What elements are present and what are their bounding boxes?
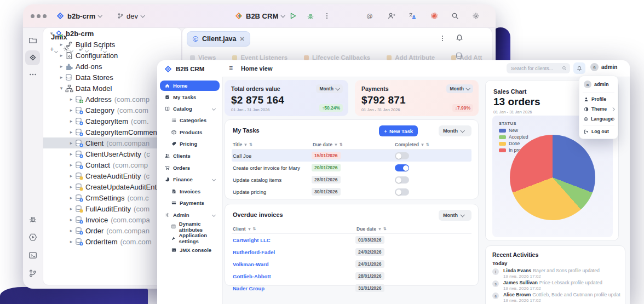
menu-item-language[interactable]: Language (579, 114, 618, 124)
client-link[interactable]: Nader Group (233, 285, 264, 291)
run-configuration[interactable]: B2B CRM (234, 11, 284, 21)
legend-item[interactable]: Done (499, 141, 520, 146)
period-dropdown[interactable]: Month (316, 84, 343, 93)
column-header-title[interactable]: Title⇅ (233, 142, 252, 147)
products-icon (171, 130, 176, 135)
sidebar-item-payments[interactable]: Payments (160, 198, 220, 208)
menu-item-log-out[interactable]: Log out (579, 127, 618, 136)
search-input[interactable] (510, 65, 562, 72)
sidebar-item-home[interactable]: Home (160, 81, 220, 91)
ai-assistant-icon[interactable] (430, 12, 438, 20)
tree-row[interactable]: ▾b2b-crm (43, 28, 182, 39)
invoice-row[interactable]: Gottlieb-Abbott28/01/2026 (232, 270, 472, 282)
column-header-completed[interactable]: Completed⇅ (395, 142, 429, 147)
client-link[interactable]: Volkman-Ward (233, 261, 268, 267)
sidebar-item-my-tasks[interactable]: My Tasks (160, 92, 220, 102)
sidebar-item-pricing[interactable]: Pricing (160, 139, 220, 149)
task-row[interactable]: Create order invoice for Mary20/01/2026 (232, 162, 472, 174)
window-minimize-button[interactable] (37, 14, 41, 18)
completed-toggle[interactable] (395, 188, 409, 196)
legend-item[interactable]: New (499, 128, 518, 133)
period-dropdown[interactable]: Month (439, 125, 472, 136)
add-user-icon[interactable] (388, 12, 395, 20)
task-row[interactable]: Call Joe15/01/2026 (232, 150, 472, 162)
menu-item-profile[interactable]: Profile (579, 94, 618, 104)
services-tool-icon[interactable] (28, 233, 37, 242)
sidebar-item-catalog[interactable]: Catalog (160, 104, 220, 114)
sidebar-item-orders[interactable]: Orders (160, 163, 220, 173)
column-header-due-date[interactable]: Due date⇅ (357, 226, 387, 232)
invoice-row[interactable]: Rutherford-Fadel24/02/2026 (232, 246, 472, 258)
jmix-tool-icon[interactable] (28, 53, 37, 62)
legend-swatch (499, 142, 506, 146)
sidebar-item-application-settings[interactable]: Application settings (160, 233, 220, 244)
task-row[interactable]: Update pricing30/01/2026 (232, 186, 472, 198)
close-icon[interactable]: ✕ (240, 36, 245, 43)
client-link[interactable]: Cartwright LLC (233, 237, 271, 243)
notifications-bell-icon[interactable] (456, 34, 463, 42)
client-link[interactable]: Gottlieb-Abbott (233, 273, 271, 279)
sidebar-item-dynamic-attributes[interactable]: Dynamic attributes (160, 221, 220, 232)
completed-toggle[interactable] (395, 176, 409, 183)
column-header-due-date[interactable]: Due date⇅ (313, 142, 343, 147)
settings-gear-icon[interactable] (472, 12, 480, 20)
client-search[interactable] (507, 63, 570, 73)
sort-icon: ⇅ (249, 142, 252, 147)
translate-icon[interactable]: A (409, 12, 416, 20)
window-zoom-button[interactable] (43, 14, 47, 18)
more-actions-kebab-icon[interactable] (323, 12, 331, 20)
sidebar-item-admin[interactable]: Admin (160, 210, 220, 220)
sidebar-item-finance[interactable]: Finance (160, 174, 220, 185)
activity-item: l Linda EvansBayer and Sons profile upda… (492, 268, 620, 279)
invoice-row[interactable]: Cartwright LLC01/03/2026 (232, 234, 472, 246)
project-folder-tool-icon[interactable] (28, 36, 37, 44)
menu-item-theme[interactable]: Theme (579, 104, 618, 114)
entity-icon (65, 41, 73, 49)
period-dropdown[interactable]: Month (439, 210, 472, 221)
tree-row[interactable]: ▸Build Scripts (43, 39, 182, 50)
sidebar-item-jmx-console[interactable]: JMX console (160, 245, 220, 255)
hamburger-menu-icon[interactable]: ≡ (229, 65, 233, 71)
terminal-tool-icon[interactable] (28, 251, 37, 260)
debug-button[interactable] (307, 12, 314, 20)
entity-icon (75, 95, 83, 104)
user-menu-button[interactable]: a admin (590, 63, 617, 71)
chevron-down-icon (281, 13, 285, 18)
tab-client-java[interactable]: C Client.java ✕ (187, 31, 250, 47)
task-row[interactable]: Update catalog items28/01/2026 (232, 174, 472, 186)
project-selector[interactable]: b2b-crm (56, 11, 101, 21)
run-button[interactable] (289, 12, 297, 20)
entity-icon (75, 205, 83, 213)
completed-toggle[interactable] (395, 164, 409, 171)
period-dropdown[interactable]: Month (446, 84, 474, 93)
sidebar-item-clients[interactable]: Clients (160, 151, 220, 161)
sidebar-item-products[interactable]: Products (160, 127, 220, 137)
invoice-row[interactable]: Nader Group31/01/2026 (232, 282, 472, 294)
search-icon[interactable] (451, 12, 459, 20)
client-link[interactable]: Rutherford-Fadel (233, 249, 275, 255)
sidebar-item-categories[interactable]: Categories (160, 115, 220, 125)
editor-kebab-icon[interactable] (439, 35, 446, 42)
column-header-client[interactable]: Client⇅ (233, 226, 256, 232)
run-config-name: B2B CRM (246, 12, 278, 20)
pie-chart[interactable] (510, 135, 595, 220)
sidebar-item-invoices[interactable]: Invoices (160, 186, 220, 197)
crm-topbar: ≡ Home view a admin (222, 60, 630, 77)
legend-item[interactable]: Accepted (499, 134, 528, 140)
tree-row[interactable]: ▸Configuration (43, 50, 182, 61)
more-tools-icon[interactable] (28, 70, 37, 79)
invoice-row[interactable]: Volkman-Ward24/01/2026 (232, 258, 472, 270)
orders-icon (165, 165, 170, 170)
entity-icon (75, 128, 83, 136)
window-close-button[interactable] (31, 14, 34, 18)
mentions-icon[interactable]: @ (366, 12, 373, 20)
branch-selector[interactable]: dev (117, 11, 144, 21)
notifications-button[interactable] (573, 62, 585, 74)
new-task-button[interactable]: +New Task (379, 125, 418, 136)
completed-toggle[interactable] (395, 152, 409, 159)
jmx-console-icon (171, 248, 176, 253)
kpi-payments-card: Payments Month $792 871 01 Jan - 31 Jan … (355, 80, 479, 116)
debug-tool-icon[interactable] (28, 215, 37, 223)
git-tool-icon[interactable] (28, 269, 37, 278)
activity-item: a Alice BrownGottlieb, Bode and Gutmann … (492, 292, 620, 303)
